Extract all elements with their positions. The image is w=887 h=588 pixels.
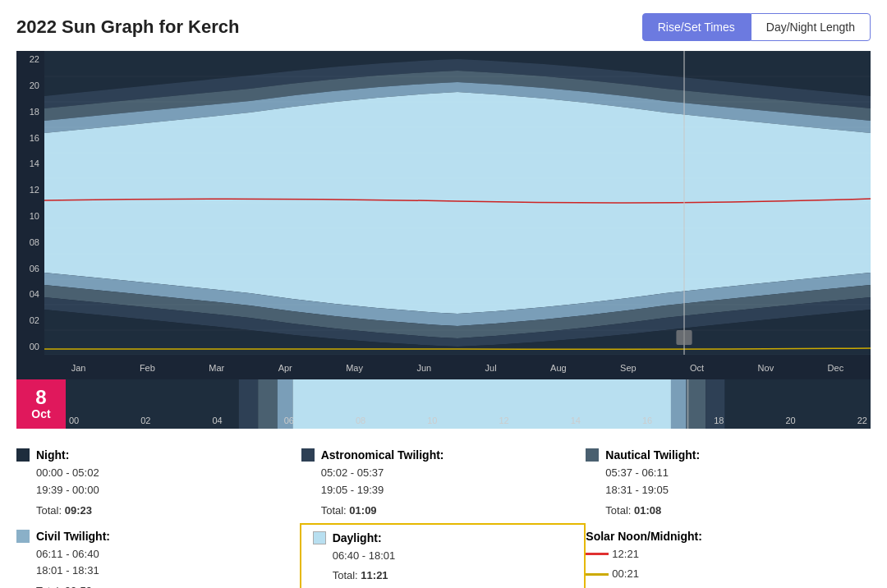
solar-noon-red-line xyxy=(586,553,609,555)
hour-20: 20 xyxy=(786,416,796,425)
header: 2022 Sun Graph for Kerch Rise/Set Times … xyxy=(16,13,871,41)
astronomical-block: Astronomical Twilight: 05:02 - 05:37 19:… xyxy=(301,442,586,523)
y-label-06: 06 xyxy=(18,264,43,273)
solar-midnight-yellow-line xyxy=(586,573,609,576)
month-aug: Aug xyxy=(550,363,567,373)
civil-header: Civil Twilight: xyxy=(16,530,288,543)
civil-total-value: 00:59 xyxy=(65,585,92,588)
page: 2022 Sun Graph for Kerch Rise/Set Times … xyxy=(0,0,887,588)
month-apr: Apr xyxy=(278,363,292,373)
astronomical-color-box xyxy=(301,448,315,462)
hour-06: 06 xyxy=(284,416,294,425)
y-label-04: 04 xyxy=(18,289,43,299)
month-oct: Oct xyxy=(690,363,704,373)
y-label-14: 14 xyxy=(18,158,43,168)
night-label: Night: xyxy=(36,448,69,462)
solar-midnight-item: 00:21 xyxy=(586,566,857,583)
y-label-10: 10 xyxy=(18,211,43,221)
civil-total: Total: 00:59 xyxy=(36,585,288,588)
day-night-length-button[interactable]: Day/Night Length xyxy=(751,13,871,41)
month-jul: Jul xyxy=(485,363,497,373)
y-label-16: 16 xyxy=(18,133,43,143)
view-toggle: Rise/Set Times Day/Night Length xyxy=(642,13,871,41)
night-block: Night: 00:00 - 05:02 19:39 - 00:00 Total… xyxy=(16,442,301,523)
month-mar: Mar xyxy=(209,363,224,373)
nautical-total: Total: 01:08 xyxy=(605,504,857,517)
y-label-00: 00 xyxy=(18,342,43,351)
daylight-label: Daylight: xyxy=(333,531,382,544)
hour-12: 12 xyxy=(499,416,509,425)
hour-02: 02 xyxy=(140,416,150,425)
night-total-value: 09:23 xyxy=(65,504,92,517)
solar-noon-item: 12:21 xyxy=(586,546,857,563)
y-label-02: 02 xyxy=(18,315,43,325)
hour-08: 08 xyxy=(356,416,365,425)
astronomical-total-value: 01:09 xyxy=(349,504,376,517)
astronomical-label: Astronomical Twilight: xyxy=(321,448,444,462)
solar-noon-block: Solar Noon/Midnight: 12:21 00:21 xyxy=(586,523,871,588)
civil-time-2: 18:01 - 18:31 xyxy=(36,563,288,580)
hour-18: 18 xyxy=(714,416,724,425)
date-day: 8 xyxy=(35,388,46,407)
month-dec: Dec xyxy=(828,363,844,373)
y-axis: 00 02 04 06 08 10 12 14 16 18 20 22 xyxy=(16,51,44,355)
solar-noon-times: 12:21 00:21 xyxy=(586,546,857,584)
night-times: 00:00 - 05:02 19:39 - 00:00 xyxy=(36,465,288,499)
month-feb: Feb xyxy=(140,363,155,373)
nautical-time-1: 05:37 - 06:11 xyxy=(605,465,857,482)
month-nov: Nov xyxy=(758,363,774,373)
timeline-hours-area: 00 02 04 06 08 10 12 14 16 18 20 22 xyxy=(66,379,871,429)
y-label-20: 20 xyxy=(18,80,43,90)
hour-22: 22 xyxy=(857,416,867,425)
night-time-1: 00:00 - 05:02 xyxy=(36,465,288,482)
y-label-22: 22 xyxy=(18,54,43,64)
night-time-2: 19:39 - 00:00 xyxy=(36,482,288,499)
y-label-12: 12 xyxy=(18,185,43,195)
chart-svg-area xyxy=(44,51,871,355)
civil-color-box xyxy=(16,530,30,543)
daylight-total: Total: 11:21 xyxy=(333,569,573,581)
nautical-times: 05:37 - 06:11 18:31 - 19:05 xyxy=(605,465,857,499)
timeline-bar: 8 Oct xyxy=(16,379,871,429)
night-color-box xyxy=(16,448,30,462)
solar-noon-value: 12:21 xyxy=(612,546,639,563)
hour-00: 00 xyxy=(69,416,79,425)
daylight-block: Daylight: 06:40 - 18:01 Total: 11:21 xyxy=(300,523,586,588)
night-total: Total: 09:23 xyxy=(36,504,288,517)
rise-set-times-button[interactable]: Rise/Set Times xyxy=(642,13,751,41)
daylight-time-1: 06:40 - 18:01 xyxy=(333,548,573,565)
civil-times: 06:11 - 06:40 18:01 - 18:31 xyxy=(36,546,288,581)
daylight-times: 06:40 - 18:01 xyxy=(333,548,573,565)
nautical-header: Nautical Twilight: xyxy=(586,448,857,462)
date-month: Oct xyxy=(31,407,50,420)
solar-noon-label: Solar Noon/Midnight: xyxy=(586,530,702,543)
nautical-label: Nautical Twilight: xyxy=(605,448,700,462)
y-label-08: 08 xyxy=(18,237,43,247)
x-axis-months: Jan Feb Mar Apr May Jun Jul Aug Sep Oct … xyxy=(44,363,871,373)
civil-label: Civil Twilight: xyxy=(36,530,110,543)
date-badge: 8 Oct xyxy=(16,379,66,429)
astronomical-total: Total: 01:09 xyxy=(321,504,573,517)
nautical-total-value: 01:08 xyxy=(634,504,661,517)
month-may: May xyxy=(346,363,363,373)
data-legend: Night: 00:00 - 05:02 19:39 - 00:00 Total… xyxy=(16,429,871,588)
hour-16: 16 xyxy=(642,416,652,425)
hour-14: 14 xyxy=(571,416,581,425)
hour-labels: 00 02 04 06 08 10 12 14 16 18 20 22 xyxy=(66,416,871,425)
astronomical-time-1: 05:02 - 05:37 xyxy=(321,465,573,482)
svg-rect-1 xyxy=(676,330,692,345)
hour-04: 04 xyxy=(213,416,223,425)
nautical-color-box xyxy=(586,448,599,462)
daylight-color-box xyxy=(313,531,326,544)
solar-midnight-value: 00:21 xyxy=(612,566,639,583)
astronomical-time-2: 19:05 - 19:39 xyxy=(321,482,573,499)
nautical-time-2: 18:31 - 19:05 xyxy=(605,482,857,499)
month-sep: Sep xyxy=(620,363,637,373)
solar-noon-header: Solar Noon/Midnight: xyxy=(586,530,857,543)
sun-graph-chart: 00 02 04 06 08 10 12 14 16 18 20 22 xyxy=(16,51,871,379)
y-label-18: 18 xyxy=(18,107,43,117)
astronomical-header: Astronomical Twilight: xyxy=(301,448,573,462)
daylight-total-value: 11:21 xyxy=(361,569,388,581)
month-jun: Jun xyxy=(416,363,431,373)
astronomical-times: 05:02 - 05:37 19:05 - 19:39 xyxy=(321,465,573,499)
